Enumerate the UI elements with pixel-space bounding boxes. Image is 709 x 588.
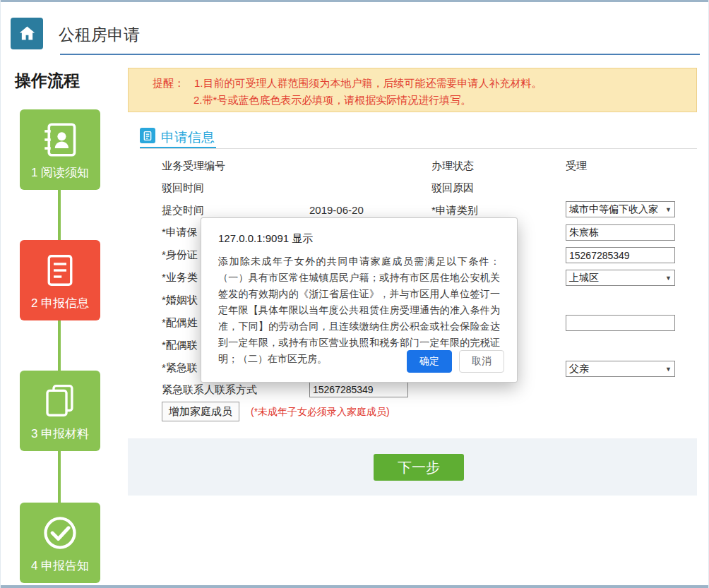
label-reject-reason: 驳回原因 [431, 181, 474, 195]
step-2-fill-info[interactable]: 2 申报信息 [20, 240, 100, 320]
dialog-confirm-button[interactable]: 确定 [407, 350, 452, 373]
contact-book-icon [40, 116, 81, 163]
page-top-border [1, 0, 708, 2]
emergency-phone-input[interactable] [309, 381, 408, 397]
copy-documents-icon [41, 378, 79, 424]
label-emergency-phone: 紧急联系人联系方式 [162, 383, 257, 397]
label-emergency-partial: *紧急联 [162, 361, 198, 375]
document-lines-icon [41, 247, 79, 294]
label-apply-type: *申请类别 [431, 204, 478, 217]
step-label: 3 申报材料 [31, 426, 89, 442]
district-selected: 上城区 [569, 272, 599, 284]
check-circle-icon [40, 510, 81, 556]
notice-banner: 提醒：1.目前的可受理人群范围须为本地户籍，后续可能还需要申请人补充材料。 2.… [128, 68, 697, 112]
label-spouse-contact-partial: *配偶联 [162, 339, 198, 352]
label-acceptance-no: 业务受理编号 [162, 160, 225, 173]
chevron-down-icon: ▼ [665, 206, 672, 213]
emergency-relation-selected: 父亲 [569, 363, 589, 376]
add-family-member-button[interactable]: 增加家庭成员 [162, 402, 239, 421]
label-applicant-partial: *申请保 [162, 226, 198, 239]
emergency-relation-select[interactable]: 父亲 ▼ [566, 361, 675, 377]
label-submit-time: 提交时间 [162, 204, 204, 217]
page-bottom-border [1, 585, 708, 588]
applicant-name-input[interactable] [566, 224, 675, 241]
page-title: 公租房申请 [59, 24, 140, 46]
label-idcard-partial: *身份证 [162, 248, 198, 262]
label-spouse-name-partial: *配偶姓 [162, 316, 198, 330]
spouse-name-input[interactable] [566, 315, 675, 331]
dialog-title: 127.0.0.1:9091 显示 [218, 232, 500, 246]
footer-panel: 下一步 [128, 438, 697, 496]
value-submit-time: 2019-06-20 [309, 204, 364, 216]
contact-phone-input[interactable] [566, 247, 675, 263]
add-member-note: (*未成年子女必须录入家庭成员) [251, 406, 390, 419]
dialog-buttons: 确定 取消 [407, 350, 504, 373]
step-label: 1 阅读须知 [31, 164, 89, 181]
sidebar-title: 操作流程 [15, 70, 80, 92]
public-rental-application-page: 公租房申请 操作流程 1 阅读须知 2 申报信息 [0, 0, 709, 588]
chevron-down-icon: ▼ [665, 366, 672, 373]
value-status: 受理 [566, 160, 587, 173]
apply-type-select[interactable]: 城市中等偏下收入家 ▼ [566, 201, 675, 217]
step-label: 4 申报告知 [31, 558, 89, 574]
next-step-button[interactable]: 下一步 [374, 454, 464, 481]
district-select[interactable]: 上城区 ▼ [566, 270, 675, 286]
header-divider [60, 54, 700, 55]
label-biztype-partial: *业务类 [162, 271, 198, 284]
label-status: 办理状态 [431, 160, 474, 173]
section-title: 申请信息 [161, 128, 215, 147]
step-3-materials[interactable]: 3 申报材料 [20, 371, 100, 451]
home-icon-glyph [18, 24, 37, 43]
label-marriage-partial: *婚姻状 [162, 294, 198, 307]
step-4-notification[interactable]: 4 申报告知 [20, 503, 100, 583]
notice-prefix: 提醒： [153, 77, 184, 89]
dialog-cancel-button[interactable]: 取消 [459, 350, 504, 373]
section-document-icon [140, 128, 155, 143]
notice-line2: 2.带*号或蓝色底色表示必填项，请根据实际情况进行填写。 [193, 94, 471, 107]
apply-type-selected: 城市中等偏下收入家 [569, 203, 658, 216]
chevron-down-icon: ▼ [665, 275, 672, 282]
label-reject-time: 驳回时间 [162, 181, 204, 195]
notice-line1: 1.目前的可受理人群范围须为本地户籍，后续可能还需要申请人补充材料。 [194, 77, 542, 89]
step-1-read-notice[interactable]: 1 阅读须知 [20, 109, 100, 190]
step-label: 2 申报信息 [31, 295, 89, 311]
home-icon[interactable] [11, 18, 43, 49]
section-underline [140, 148, 697, 149]
browser-alert-dialog: 127.0.0.1:9091 显示 添加除未成年子女外的共同申请家庭成员需满足以… [201, 217, 518, 383]
